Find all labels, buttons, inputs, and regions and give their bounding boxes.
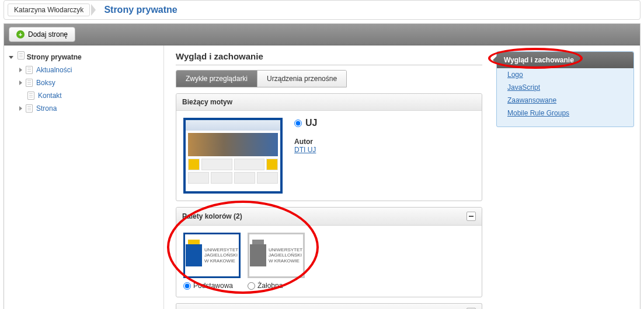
shield-icon (186, 244, 202, 266)
crown-icon (188, 240, 200, 244)
tree-root-label: Strony prywatne (27, 53, 82, 61)
doc-icon (26, 66, 33, 74)
doc-icon (18, 51, 25, 59)
tree-item-kontakt[interactable]: Kontakt (4, 89, 163, 102)
breadcrumb-user[interactable]: Katarzyna Włodarczyk (8, 3, 90, 16)
sidebar-tree: Strony prywatne Aktualności Boksy Kontak… (4, 45, 164, 309)
tab-browsers[interactable]: Zwykłe przeglądarki (176, 71, 257, 87)
tree-item-boksy[interactable]: Boksy (4, 76, 163, 89)
add-page-button[interactable]: + Dodaj stronę (9, 27, 75, 42)
doc-icon (27, 92, 34, 100)
tree-item-label: Strona (36, 104, 57, 113)
palette-logo-text: UNIWERSYTET JAGIELLOŃSKI W KRAKOWIE (269, 247, 302, 264)
nav-link-advanced[interactable]: Zaawansowane (497, 94, 633, 107)
author-label: Autor (294, 138, 317, 146)
tree-item-aktualnosci[interactable]: Aktualności (4, 64, 163, 76)
chevron-right-icon[interactable] (19, 80, 22, 85)
doc-icon (26, 79, 33, 87)
palette-radio-zalobna[interactable] (248, 282, 255, 290)
chevron-left-icon (493, 56, 497, 64)
collapse-button[interactable] (467, 212, 476, 221)
panel-palettes: Palety kolorów (2) (176, 207, 482, 297)
author-link[interactable]: DTI UJ (294, 146, 316, 154)
theme-thumbnail[interactable] (183, 118, 283, 194)
panel-current-theme: Bieżący motyw (176, 93, 482, 201)
tree-item-strona[interactable]: Strona (4, 102, 163, 115)
chevron-right-icon[interactable] (19, 68, 22, 72)
chevron-right-icon[interactable] (19, 106, 22, 111)
add-page-label: Dodaj stronę (28, 30, 68, 38)
main-container: + Dodaj stronę Strony prywatne Aktualnoś… (4, 23, 640, 309)
right-navbox: Wygląd i zachowanie Logo JavaScript Zaaw… (496, 51, 634, 127)
palette-radio-label[interactable]: Podstawowa (183, 282, 241, 290)
doc-icon (26, 104, 33, 113)
navbox-header-label: Wygląd i zachowanie (504, 56, 574, 64)
panel-settings: Ustawienia (176, 303, 482, 309)
palette-card-zalobna[interactable]: UNIWERSYTET JAGIELLOŃSKI W KRAKOWIE Żało… (248, 233, 305, 290)
crown-icon (252, 240, 264, 244)
shield-icon (250, 244, 266, 266)
panel-header-label: Palety kolorów (2) (182, 212, 242, 220)
navbox-header: Wygląd i zachowanie (497, 52, 633, 68)
tree-item-label: Kontakt (38, 92, 62, 100)
nav-link-javascript[interactable]: JavaScript (497, 81, 633, 94)
palette-thumb[interactable]: UNIWERSYTET JAGIELLOŃSKI W KRAKOWIE (183, 233, 241, 278)
nav-link-mobile-rule-groups[interactable]: Mobile Rule Groups (497, 107, 633, 120)
palette-radio-podstawowa[interactable] (183, 282, 191, 290)
nav-link-logo[interactable]: Logo (497, 68, 633, 81)
palette-radio-label[interactable]: Żałobna (248, 282, 305, 290)
theme-radio-uj[interactable] (294, 120, 302, 127)
palette-logo-text: UNIWERSYTET JAGIELLOŃSKI W KRAKOWIE (204, 247, 238, 264)
theme-name: UJ (305, 118, 317, 128)
tree-item-label: Aktualności (36, 66, 72, 74)
palette-label: Żałobna (257, 282, 283, 290)
palette-card-podstawowa[interactable]: UNIWERSYTET JAGIELLOŃSKI W KRAKOWIE Pods… (183, 233, 241, 290)
tree-root[interactable]: Strony prywatne (4, 49, 163, 64)
palette-thumb[interactable]: UNIWERSYTET JAGIELLOŃSKI W KRAKOWIE (248, 233, 305, 278)
breadcrumb-page[interactable]: Strony prywatne (100, 3, 180, 17)
plus-icon: + (16, 30, 25, 38)
chevron-down-icon (9, 56, 13, 59)
toolbar: + Dodaj stronę (4, 24, 640, 45)
minus-icon (469, 216, 474, 217)
palette-label: Podstawowa (193, 282, 233, 290)
tabs: Zwykłe przeglądarki Urządzenia przenośne (176, 70, 347, 87)
breadcrumb: Katarzyna Włodarczyk Strony prywatne (4, 0, 640, 20)
tree-item-label: Boksy (36, 79, 55, 87)
tab-mobile[interactable]: Urządzenia przenośne (257, 71, 346, 87)
theme-radio-label[interactable]: UJ (294, 118, 317, 128)
section-title: Wygląd i zachowanie (176, 51, 482, 65)
main-content: Wygląd i zachowanie Zwykłe przeglądarki … (164, 45, 640, 309)
panel-header-label: Bieżący motyw (182, 98, 232, 106)
